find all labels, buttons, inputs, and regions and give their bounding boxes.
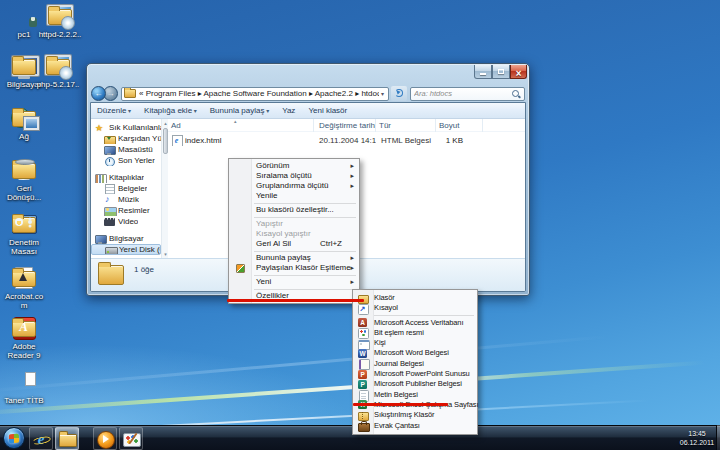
show-desktop-button[interactable]: [716, 425, 720, 450]
desktop-icon-httpd-2-2-2[interactable]: httpd-2.2.2..: [38, 4, 82, 39]
tray-icon[interactable]: [662, 433, 674, 445]
search-input[interactable]: [414, 89, 511, 98]
context-menu-item: [254, 289, 356, 290]
start-button[interactable]: [3, 427, 25, 449]
submenu-item-bit-e-lem-resmi[interactable]: Bit eşlem resmi: [354, 328, 476, 338]
submenu-item-microsoft-access-veritaban[interactable]: Microsoft Access Veritabanı: [354, 318, 476, 328]
tray-icon[interactable]: [632, 433, 644, 445]
submenu-item-evrak-antas[interactable]: Evrak Çantası: [354, 421, 476, 431]
installer-disc-icon: [45, 4, 75, 28]
window-titlebar[interactable]: [87, 64, 469, 84]
desktop-icon-denetim-masas[interactable]: Denetim Masası: [2, 212, 46, 256]
tray-icon[interactable]: [617, 433, 629, 445]
navigation-pane: Sık Kullanılanlar Karşıdan Yüklem Masaüs…: [91, 119, 161, 258]
tray-icon[interactable]: [647, 433, 659, 445]
context-menu-item-yenile[interactable]: Yenile: [230, 191, 358, 201]
submenu-item-k-sayol[interactable]: Kısayol: [354, 303, 476, 313]
nav-item-bilgisayar[interactable]: Bilgisayar: [91, 233, 161, 244]
search-box[interactable]: [410, 87, 525, 101]
breadcrumb[interactable]: « Program Files ▸ Apache Software Founda…: [139, 89, 379, 98]
tray-icons: [602, 433, 674, 445]
clock-date: 06.12.2011: [678, 439, 716, 448]
context-menu-item-grupland-rma-l-t[interactable]: Gruplandırma ölçütü: [230, 181, 358, 191]
context-menu-item-bununla-payla[interactable]: Bununla paylaş: [230, 253, 358, 263]
toolbar-button-kitapl-a-ekle[interactable]: Kitaplığa ekle: [144, 106, 197, 115]
nav-item-kitapl-klar[interactable]: Kitaplıklar: [91, 172, 161, 183]
chevron-down-icon[interactable]: [379, 90, 386, 97]
taskbar-button[interactable]: [55, 427, 79, 450]
toolbar-button-bununla-payla[interactable]: Bununla paylaş: [210, 106, 269, 115]
nav-item-masa-st[interactable]: Masaüstü: [91, 144, 161, 155]
close-button[interactable]: [510, 65, 527, 79]
minimize-button[interactable]: [474, 65, 492, 79]
refresh-button[interactable]: [391, 86, 407, 101]
submenu-item-klas-r[interactable]: Klasör: [354, 293, 476, 303]
submenu-item-metin-belgesi[interactable]: Metin Belgesi: [354, 390, 476, 400]
submenu-item-microsoft-word-belgesi[interactable]: Microsoft Word Belgesi: [354, 348, 476, 358]
nav-item-s-k-kullan-lanlar[interactable]: Sık Kullanılanlar: [91, 122, 161, 133]
nav-item-video[interactable]: Video: [91, 216, 161, 227]
taskbar-button[interactable]: [119, 427, 143, 450]
submenu-item-s-k-t-r-lm-klas-r[interactable]: Sıkıştırılmış Klasör: [354, 410, 476, 420]
bitmap-icon: [358, 328, 368, 337]
context-menu-item-payla-lan-klas-r-e-itleme[interactable]: Paylaşılan Klasör Eşitleme: [230, 263, 358, 273]
column-header-ad[interactable]: Ad: [168, 119, 314, 132]
context-menu-item-g-r-n-m[interactable]: Görünüm: [230, 161, 358, 171]
submenu-item: [374, 315, 474, 316]
toolbar-icon[interactable]: [472, 106, 485, 117]
desktop-icon-adobe-reader-9[interactable]: Adobe Reader 9: [2, 316, 46, 360]
windows-flag-icon: [9, 433, 19, 443]
address-bar[interactable]: « Program Files ▸ Apache Software Founda…: [121, 87, 389, 101]
context-menu-item-yeni[interactable]: Yeni: [230, 277, 358, 287]
desktop-icon-acrobat-com[interactable]: Acrobat.com: [2, 266, 46, 310]
folder-icon: [98, 265, 124, 285]
context-menu-item: [254, 251, 356, 252]
nav-item-m-zik[interactable]: Müzik: [91, 194, 161, 205]
nav-item-yerel-disk-c[interactable]: Yerel Disk (C:): [91, 244, 161, 255]
toolbar-icon[interactable]: [508, 106, 521, 117]
column-header-de-i-tirme-tarihi[interactable]: Değiştirme tarihi: [314, 119, 376, 132]
close-icon: [516, 63, 522, 81]
maximize-button[interactable]: [492, 65, 510, 79]
scrollbar-thumb[interactable]: [163, 128, 168, 154]
taskbar-button[interactable]: [29, 427, 53, 450]
context-menu-item-s-ralama-l-t[interactable]: Sıralama ölçütü: [230, 171, 358, 181]
nav-item-yerel-disk-d[interactable]: Yerel Disk (D:): [91, 255, 161, 258]
toolbar-button-d-zenle[interactable]: Düzenle: [97, 106, 131, 115]
tray-icon[interactable]: [602, 433, 614, 445]
desktop-icon-geri-d-n[interactable]: Geri Dönüşü...: [2, 158, 46, 202]
context-menu-item-geri-al-sil[interactable]: Geri Al Sil Ctrl+Z: [230, 239, 358, 249]
nav-scrollbar[interactable]: [161, 119, 168, 258]
column-header-t-r[interactable]: Tür: [376, 119, 436, 132]
submenu-item-journal-belgesi[interactable]: Journal Belgesi: [354, 359, 476, 369]
favorites-star-icon: [95, 123, 106, 133]
windows-explorer-icon: [58, 431, 76, 447]
column-header-boyut[interactable]: Boyut: [436, 119, 483, 132]
nav-item-belgeler[interactable]: Belgeler: [91, 183, 161, 194]
toolbar-icon[interactable]: [490, 106, 503, 117]
taskbar-clock[interactable]: 13:45 06.12.2011: [678, 430, 716, 447]
desktop-icon-php-5-2-17[interactable]: php-5.2.17..: [36, 54, 80, 89]
nav-item-resimler[interactable]: Resimler: [91, 205, 161, 216]
toolbar-button-yeni-klas-r[interactable]: Yeni klasör: [308, 106, 347, 115]
file-row[interactable]: index.html 20.11.2004 14:16 HTML Belgesi…: [168, 134, 525, 147]
nav-item-son-yerler[interactable]: Son Yerler: [91, 155, 161, 166]
nav-item-kar-dan-y-klem[interactable]: Karşıdan Yüklem: [91, 133, 161, 144]
submenu-item-ki-i[interactable]: Kişi: [354, 338, 476, 348]
desktop-icon-taner-ti-tb[interactable]: Taner TİTB: [2, 370, 46, 405]
context-menu-item-yap-t-r: Yapıştır: [230, 219, 358, 229]
acrobat-doc-icon: [9, 266, 39, 290]
context-menu-item-bu-klas-r-zelle-tir[interactable]: Bu klasörü özelleştir...: [230, 205, 358, 215]
submenu-item-microsoft-publisher-belgesi[interactable]: Microsoft Publisher Belgesi: [354, 379, 476, 389]
annotation-underline-yeni: [227, 299, 364, 302]
video-film-icon: [104, 217, 115, 227]
submenu-item-microsoft-powerpoint-sunusu[interactable]: Microsoft PowerPoint Sunusu: [354, 369, 476, 379]
taskbar-button[interactable]: [93, 427, 117, 450]
search-icon[interactable]: [511, 89, 521, 99]
pictures-icon: [104, 206, 115, 216]
text-doc-icon: [358, 390, 368, 399]
folder-docs-icon: [9, 370, 39, 394]
back-button[interactable]: ←: [91, 86, 106, 101]
toolbar-button-yaz[interactable]: Yaz: [282, 106, 295, 115]
desktop-icon-a[interactable]: Ağ: [2, 106, 46, 141]
